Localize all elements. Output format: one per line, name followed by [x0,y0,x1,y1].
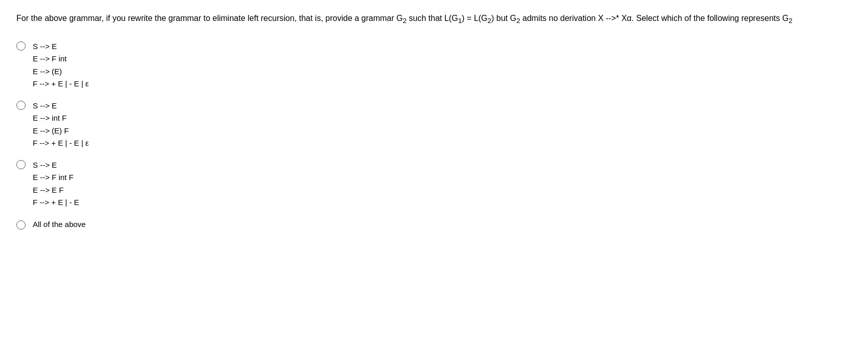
question-text: For the above grammar, if you rewrite th… [16,12,835,26]
option-c-radio-wrapper[interactable] [16,159,26,169]
option-a: S --> E E --> F int E --> (E) F --> + E … [16,40,852,89]
option-c-line-4: F --> + E | - E [33,196,79,208]
option-c: S --> E E --> F int F E --> E F F --> + … [16,159,852,208]
option-c-radio[interactable] [16,160,26,169]
option-b: S --> E E --> int F E --> (E) F F --> + … [16,100,852,149]
option-b-line-4: F --> + E | - E | ε [33,137,89,149]
option-c-line-3: E --> E F [33,184,79,196]
option-a-line-1: S --> E [33,40,89,52]
option-c-line-1: S --> E [33,159,79,171]
option-d-label: All of the above [33,218,85,230]
option-a-grammar: S --> E E --> F int E --> (E) F --> + E … [33,40,89,89]
option-b-radio-wrapper[interactable] [16,100,26,110]
option-a-line-4: F --> + E | - E | ε [33,78,89,89]
option-b-radio[interactable] [16,101,26,110]
option-d-radio[interactable] [16,220,26,230]
option-d: All of the above [16,218,852,230]
option-a-radio[interactable] [16,41,26,51]
option-c-line-2: E --> F int F [33,171,79,183]
option-b-line-1: S --> E [33,100,89,111]
option-b-line-2: E --> int F [33,112,89,124]
option-b-grammar: S --> E E --> int F E --> (E) F F --> + … [33,100,89,149]
option-a-line-3: E --> (E) [33,65,89,77]
options-list: S --> E E --> F int E --> (E) F --> + E … [16,40,852,230]
option-c-grammar: S --> E E --> F int F E --> E F F --> + … [33,159,79,208]
option-a-radio-wrapper[interactable] [16,40,26,51]
option-d-radio-wrapper[interactable] [16,219,26,230]
question-container: For the above grammar, if you rewrite th… [16,12,852,230]
option-a-line-2: E --> F int [33,53,89,64]
option-b-line-3: E --> (E) F [33,125,89,137]
